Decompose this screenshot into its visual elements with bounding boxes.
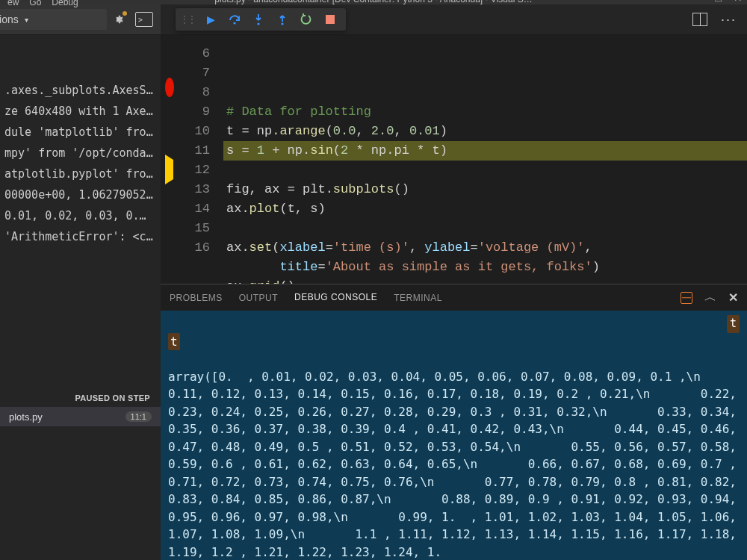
gear-icon[interactable] [111,13,125,26]
debug-config-dropdown[interactable]: urations ▾ [0,9,107,30]
stop-button[interactable] [319,9,341,30]
clear-console-icon[interactable] [681,292,692,304]
more-icon[interactable]: ··· [721,12,737,28]
svg-point-2 [281,22,283,25]
code-line[interactable]: t = np.arange(0.0, 2.0, 0.01) [223,122,747,141]
breakpoint-icon[interactable] [165,78,174,97]
drag-grip-icon[interactable]: ⋮⋮ [180,14,195,25]
restart-button[interactable] [295,9,317,30]
variable-row[interactable]: 0.01, 0.02, 0.03, 0.… [0,205,161,226]
current-line-icon [165,155,173,184]
debug-config-area: urations ▾ [0,4,161,34]
callstack-header: PAUSED ON STEP [0,389,161,407]
variable-row[interactable]: mpy' from '/opt/conda… [0,143,161,164]
continue-button[interactable]: ▶ [199,9,222,30]
menu-bar: ew Go Debug [7,0,78,4]
variable-row[interactable]: ze 640x480 with 1 Axe… [0,101,161,122]
variable-row[interactable]: 00000e+00, 1.06279052… [0,184,161,205]
line-number: 9 [161,102,210,122]
gutter: 678910111213141516 [161,44,223,284]
line-number: 6 [161,44,210,63]
line-number: 15 [161,219,210,238]
eval-expression: t [168,333,180,351]
menu-item[interactable]: Debug [52,0,78,4]
line-number: 14 [161,199,210,219]
debug-console-body[interactable]: t t array([0. , 0.01, 0.02, 0.03, 0.04, … [161,311,747,560]
console-output: array([0. , 0.01, 0.02, 0.03, 0.04, 0.05… [168,368,740,561]
code-line[interactable]: ax.set(xlabel='time (s)', ylabel='voltag… [223,238,747,258]
frame-file: plots.py [9,411,43,423]
tab-terminal[interactable]: TERMINAL [394,284,442,311]
code-line[interactable]: title='About as simple as it gets, folks… [223,258,747,277]
variable-row[interactable]: 'ArithmeticError': <c… [0,226,161,247]
line-number: 10 [161,122,210,141]
code-content[interactable]: # Data for plottingt = np.arange(0.0, 2.… [223,44,747,284]
code-line[interactable]: ax.grid() [223,277,747,284]
callstack-frame[interactable]: plots.py 11:1 [0,407,161,426]
variable-row[interactable]: dule 'matplotlib' fro… [0,122,161,143]
stop-icon [326,15,335,24]
bottom-panel: PROBLEMS OUTPUT DEBUG CONSOLE TERMINAL ︿… [161,284,747,560]
debug-sidebar: .axes._subplots.AxesS… ze 640x480 with 1… [0,35,161,560]
titlebar: ew Go Debug plots.py - anacondacontainer… [0,0,747,4]
menu-item[interactable]: Go [29,0,41,4]
frame-location: 11:1 [125,411,152,422]
line-number: 16 [161,238,210,258]
step-out-button[interactable] [271,9,294,30]
variable-row[interactable]: .axes._subplots.AxesS… [0,80,161,101]
svg-point-0 [233,22,235,24]
svg-point-1 [257,22,259,25]
close-panel-icon[interactable]: ✕ [728,290,738,305]
panel-tabs: PROBLEMS OUTPUT DEBUG CONSOLE TERMINAL ︿… [161,284,747,311]
code-line[interactable]: fig, ax = plt.subplots() [223,180,747,199]
window-title: plots.py - anacondacontainer [Dev Contai… [0,0,747,4]
tab-debug-console[interactable]: DEBUG CONSOLE [294,284,377,311]
menu-item[interactable]: ew [7,0,19,4]
code-line[interactable]: ax.plot(t, s) [223,199,747,219]
variables-list: .axes._subplots.AxesS… ze 640x480 with 1… [0,35,161,247]
code-line[interactable]: # Data for plotting [223,102,747,122]
top-toolbar: urations ▾ ⋮⋮ ▶ ··· [0,4,747,35]
debug-toolbar: ⋮⋮ ▶ [176,8,346,31]
tab-output[interactable]: OUTPUT [239,284,278,311]
chevron-down-icon: ▾ [25,16,28,24]
code-editor[interactable]: 678910111213141516 # Data for plottingt … [161,35,747,284]
code-line[interactable] [223,219,747,238]
type-badge: t [727,315,740,333]
debug-config-label: urations [0,13,19,25]
debug-console-icon[interactable] [135,12,153,27]
split-editor-icon[interactable] [692,13,707,26]
tab-problems[interactable]: PROBLEMS [170,284,223,311]
collapse-panel-icon[interactable]: ︿ [704,290,716,305]
step-over-button[interactable] [223,9,246,30]
step-into-button[interactable] [247,9,270,30]
code-line[interactable] [223,161,747,180]
variable-row[interactable]: atplotlib.pyplot' fro… [0,164,161,184]
